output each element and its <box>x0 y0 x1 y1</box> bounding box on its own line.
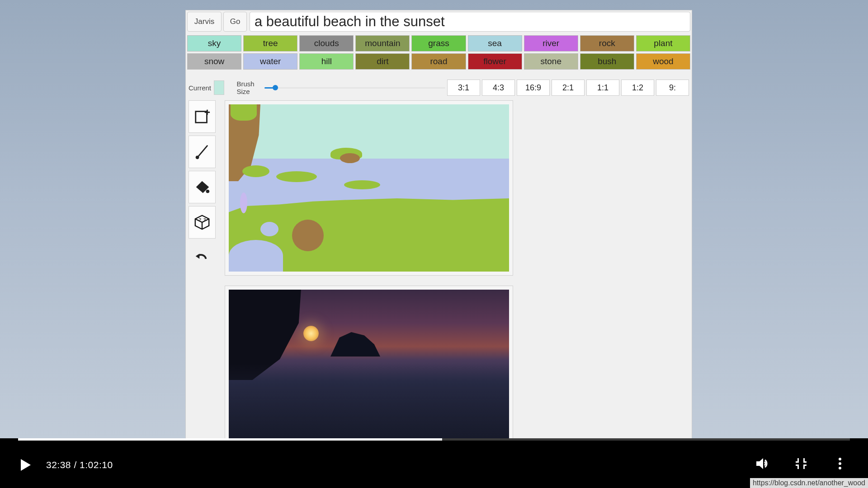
fill-tool[interactable] <box>189 171 216 203</box>
category-grass[interactable]: grass <box>411 35 466 52</box>
undo-icon <box>193 249 210 266</box>
prompt-input[interactable]: a beautiful beach in the sunset <box>250 12 690 32</box>
svg-text:?: ? <box>198 217 201 222</box>
category-road[interactable]: road <box>411 53 466 70</box>
category-dirt[interactable]: dirt <box>355 53 410 70</box>
category-flower[interactable]: flower <box>468 53 522 70</box>
category-row-1: skytreecloudsmountaingrassseariverrockpl… <box>187 35 690 52</box>
current-color-swatch[interactable] <box>214 80 224 95</box>
top-controls: Jarvis Go a beautiful beach in the sunse… <box>187 12 690 32</box>
category-mountain[interactable]: mountain <box>355 35 410 52</box>
ratio-16-9[interactable]: 16:9 <box>517 80 550 96</box>
category-sea[interactable]: sea <box>468 35 522 52</box>
kebab-icon <box>833 456 847 471</box>
output-canvas <box>229 290 509 457</box>
brush-size-slider[interactable] <box>264 84 445 91</box>
category-plant[interactable]: plant <box>636 35 690 52</box>
new-canvas-tool[interactable] <box>189 100 216 133</box>
ratio-4-3[interactable]: 4:3 <box>482 80 515 96</box>
svg-point-4 <box>196 156 199 160</box>
hover-url-tooltip: https://blog.csdn.net/another_wood <box>750 478 868 488</box>
svg-text:?: ? <box>203 217 206 222</box>
category-hill[interactable]: hill <box>299 53 354 70</box>
progress-track[interactable] <box>18 438 850 441</box>
tool-column: ?? <box>189 100 216 471</box>
current-label: Current <box>189 84 211 92</box>
volume-button[interactable] <box>755 456 769 471</box>
category-wood[interactable]: wood <box>636 53 690 70</box>
category-row-2: snowwaterhilldirtroadflowerstonebushwood <box>187 53 690 70</box>
brush-icon <box>193 143 211 160</box>
svg-line-3 <box>198 146 208 157</box>
aspect-ratio-group: 3:14:316:92:11:11:29: <box>445 80 689 96</box>
video-player-bar: 32:38 / 1:02:10 <box>0 438 868 488</box>
category-tree[interactable]: tree <box>243 35 297 52</box>
svg-rect-0 <box>196 112 207 123</box>
volume-icon <box>755 456 769 471</box>
canvas-column <box>225 100 513 471</box>
dice-icon: ?? <box>193 214 211 231</box>
svg-point-13 <box>839 458 841 460</box>
category-river[interactable]: river <box>524 35 578 52</box>
brush-row: Current Brush Size 3:14:316:92:11:11:29: <box>189 80 689 96</box>
category-rock[interactable]: rock <box>580 35 634 52</box>
app-window: Jarvis Go a beautiful beach in the sunse… <box>185 10 692 476</box>
new-canvas-icon <box>193 108 211 125</box>
category-clouds[interactable]: clouds <box>299 35 354 52</box>
svg-marker-11 <box>196 253 200 258</box>
ratio-9-[interactable]: 9: <box>656 80 689 96</box>
exit-fullscreen-icon <box>794 456 808 471</box>
segmentation-canvas[interactable] <box>229 104 509 272</box>
workspace: ?? <box>189 100 689 471</box>
time-display: 32:38 / 1:02:10 <box>46 460 113 470</box>
sunset-sun <box>303 326 319 341</box>
brush-tool[interactable] <box>189 136 216 168</box>
svg-point-6 <box>206 190 210 193</box>
play-button[interactable] <box>21 459 31 471</box>
bucket-icon <box>193 178 211 196</box>
svg-marker-12 <box>756 458 763 469</box>
undo-tool[interactable] <box>189 241 215 273</box>
random-tool[interactable]: ?? <box>189 206 216 239</box>
category-snow[interactable]: snow <box>187 53 241 70</box>
svg-point-14 <box>839 462 841 465</box>
segmentation-frame <box>225 100 513 276</box>
category-stone[interactable]: stone <box>524 53 578 70</box>
svg-point-15 <box>839 467 841 469</box>
ratio-3-1[interactable]: 3:1 <box>447 80 480 96</box>
category-water[interactable]: water <box>243 53 297 70</box>
exit-fullscreen-button[interactable] <box>794 456 808 471</box>
progress-fill <box>18 438 442 441</box>
output-frame <box>225 286 513 461</box>
jarvis-button[interactable]: Jarvis <box>187 12 222 32</box>
ratio-2-1[interactable]: 2:1 <box>552 80 585 96</box>
more-options-button[interactable] <box>833 456 847 471</box>
ratio-1-2[interactable]: 1:2 <box>621 80 654 96</box>
category-bush[interactable]: bush <box>580 53 634 70</box>
go-button[interactable]: Go <box>223 12 247 32</box>
category-sky[interactable]: sky <box>187 35 241 52</box>
ratio-1-1[interactable]: 1:1 <box>586 80 619 96</box>
sea-stack-silhouette <box>330 329 380 357</box>
brush-size-label: Brush Size <box>237 80 259 95</box>
